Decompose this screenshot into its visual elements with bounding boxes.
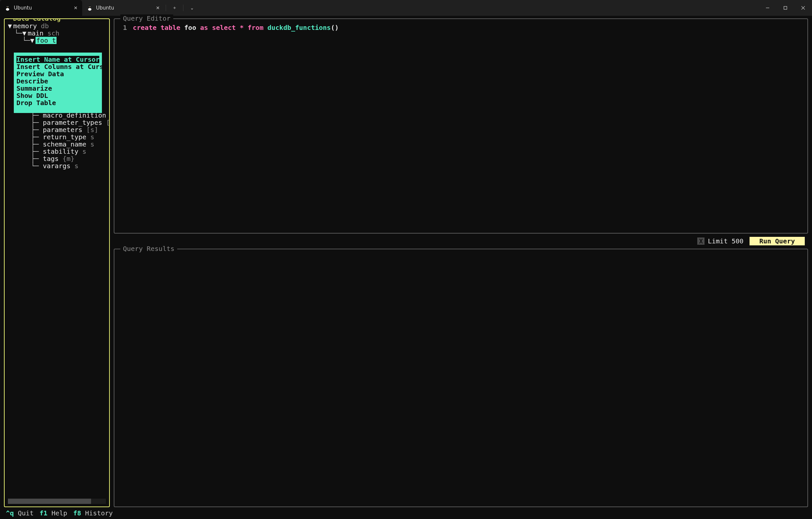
limit-label: Limit 500 xyxy=(708,237,743,245)
horizontal-scrollbar[interactable] xyxy=(8,499,106,504)
tree-branch-icon: └─ xyxy=(31,162,43,170)
column-name: return_type xyxy=(43,133,86,141)
checkbox-box[interactable]: X xyxy=(697,238,704,245)
close-tab-icon[interactable]: ✕ xyxy=(74,5,78,10)
tree-column[interactable]: ├─ parameters [s] xyxy=(8,126,108,133)
shortcut-quit: ^q Quit xyxy=(6,509,33,517)
svg-point-6 xyxy=(89,6,89,7)
tab-label: Ubuntu xyxy=(96,5,114,11)
catalog-tree[interactable]: ▼ memory db ▼ main sch ▼ foo t Insert Na… xyxy=(6,22,108,170)
query-editor-panel[interactable]: Query Editor 1 create table foo as selec… xyxy=(114,19,808,234)
divider xyxy=(166,5,166,11)
tree-table[interactable]: ▼ foo t xyxy=(8,37,108,44)
tux-icon xyxy=(5,5,10,11)
column-type: {m} xyxy=(62,155,74,162)
ctx-describe[interactable]: Describe xyxy=(14,78,102,85)
triangle-down-icon: ▼ xyxy=(30,37,34,44)
column-type: [s] xyxy=(86,126,98,134)
ctx-insert-name[interactable]: Insert Name at Cursor xyxy=(17,56,99,63)
window-titlebar: Ubuntu ✕ Ubuntu ✕ ＋ ⌄ xyxy=(0,0,812,16)
terminal-tab-2[interactable]: Ubuntu ✕ xyxy=(82,0,164,16)
column-list: ├─ macro_definition ├─ parameter_types [… xyxy=(8,112,108,170)
column-type: s xyxy=(83,148,86,155)
column-type: [ xyxy=(106,119,110,126)
ctx-summarize[interactable]: Summarize xyxy=(14,85,102,92)
tab-label: Ubuntu xyxy=(14,5,32,11)
svg-point-3 xyxy=(8,6,8,7)
panel-title: Query Editor xyxy=(120,14,173,22)
tab-dropdown-button[interactable]: ⌄ xyxy=(185,0,199,16)
code-content[interactable]: create table foo as select * from duckdb… xyxy=(133,24,339,32)
svg-point-2 xyxy=(6,6,7,7)
panel-title: Query Results xyxy=(120,245,177,253)
shortcut-history: f8 History xyxy=(73,509,113,517)
svg-point-0 xyxy=(6,6,9,8)
tree-branch-icon: ├─ xyxy=(31,133,43,141)
maximize-button[interactable] xyxy=(777,0,794,16)
triangle-down-icon: ▼ xyxy=(22,30,26,37)
minimize-button[interactable] xyxy=(759,0,777,16)
window-controls xyxy=(759,0,812,16)
tree-column[interactable]: ├─ schema_name s xyxy=(8,141,108,148)
tree-branch-icon: ├─ xyxy=(31,126,43,134)
tree-column[interactable]: ├─ tags {m} xyxy=(8,155,108,162)
tree-branch-icon: ├─ xyxy=(31,140,43,148)
svg-point-7 xyxy=(90,6,91,7)
tab-controls: ＋ ⌄ xyxy=(167,0,199,16)
column-type: s xyxy=(90,140,94,148)
column-name: parameters xyxy=(43,126,82,134)
tree-column[interactable]: ├─ stability s xyxy=(8,148,108,155)
tree-branch-icon: ├─ xyxy=(31,155,43,162)
ctx-show-ddl[interactable]: Show DDL xyxy=(14,92,102,99)
code-line[interactable]: 1 create table foo as select * from duck… xyxy=(118,24,804,32)
divider xyxy=(183,5,183,11)
column-name: stability xyxy=(43,148,78,155)
close-window-button[interactable] xyxy=(794,0,812,16)
tree-branch-icon: ├─ xyxy=(31,148,43,155)
column-name: tags xyxy=(43,155,59,162)
triangle-down-icon: ▼ xyxy=(8,22,12,30)
query-results-panel[interactable]: Query Results xyxy=(114,249,808,507)
limit-checkbox[interactable]: X Limit 500 xyxy=(697,237,743,245)
tree-column[interactable]: ├─ parameter_types [ xyxy=(8,119,108,126)
tree-schema[interactable]: ▼ main sch xyxy=(8,30,108,37)
column-name: varargs xyxy=(43,162,70,170)
svg-point-4 xyxy=(88,6,91,8)
shortcut-help: f1 Help xyxy=(39,509,67,517)
ctx-preview-data[interactable]: Preview Data xyxy=(14,70,102,78)
tree-column[interactable]: ├─ return_type s xyxy=(8,133,108,141)
editor-toolbar: X Limit 500 Run Query xyxy=(114,237,808,245)
column-name: parameter_types xyxy=(43,119,102,126)
chevron-down-icon: ⌄ xyxy=(190,5,194,10)
tux-icon xyxy=(87,5,93,11)
tree-db[interactable]: ▼ memory db xyxy=(8,22,108,30)
ctx-insert-columns[interactable]: Insert Columns at Cursor xyxy=(14,63,102,70)
data-catalog-panel[interactable]: Data Catalog ▼ memory db ▼ main sch ▼ fo… xyxy=(4,19,110,507)
scrollbar-thumb[interactable] xyxy=(8,499,91,504)
selected-table: foo t xyxy=(35,37,57,44)
context-menu[interactable]: Insert Name at Cursor Insert Columns at … xyxy=(14,53,102,113)
new-tab-button[interactable]: ＋ xyxy=(167,0,182,16)
terminal-tab-1[interactable]: Ubuntu ✕ xyxy=(0,0,82,16)
tree-branch-icon: ├─ xyxy=(31,119,43,126)
footer-shortcuts: ^q Quit f1 Help f8 History xyxy=(4,507,808,517)
column-type: s xyxy=(74,162,78,170)
column-name: schema_name xyxy=(43,140,86,148)
tree-column[interactable]: └─ varargs s xyxy=(8,162,108,170)
line-number: 1 xyxy=(118,24,127,32)
svg-point-5 xyxy=(88,8,91,11)
run-query-button[interactable]: Run Query xyxy=(750,237,805,245)
close-tab-icon[interactable]: ✕ xyxy=(156,5,160,10)
svg-point-1 xyxy=(6,8,9,11)
ctx-drop-table[interactable]: Drop Table xyxy=(14,99,102,106)
column-type: s xyxy=(90,133,94,141)
svg-rect-9 xyxy=(784,6,787,9)
